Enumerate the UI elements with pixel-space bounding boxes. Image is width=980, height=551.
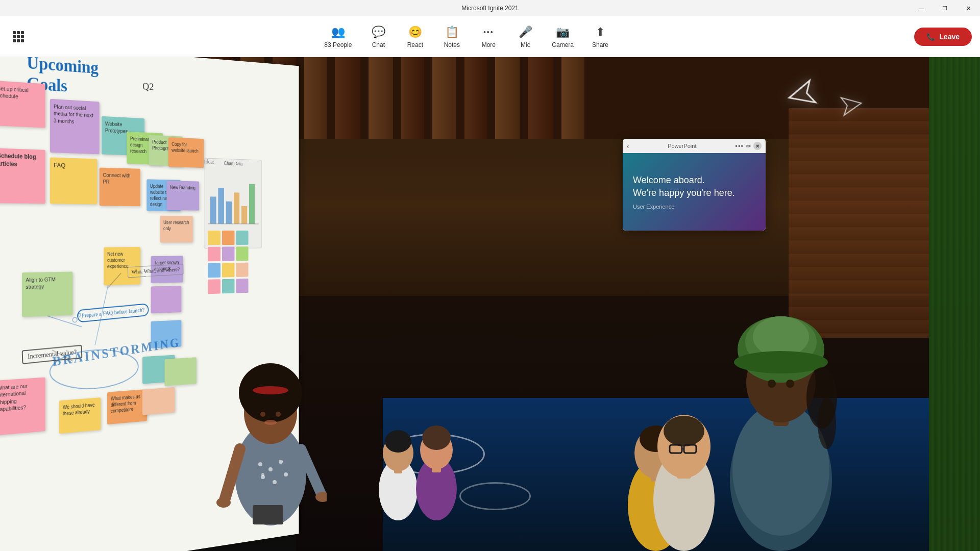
- share-button[interactable]: ⬆ Share: [584, 22, 617, 52]
- sticky-user-research: User research only: [160, 216, 193, 243]
- svg-point-27: [261, 473, 264, 476]
- svg-point-31: [264, 420, 277, 425]
- ppt-popup[interactable]: ‹ PowerPoint ••• ✏ ✕ Welcome aboard. We'…: [623, 139, 766, 231]
- mic-icon: 🎤: [518, 25, 532, 39]
- grid-icon: [13, 31, 24, 42]
- apps-button[interactable]: [8, 27, 29, 47]
- ceiling-beam: [369, 57, 393, 139]
- ceiling-beam: [432, 57, 456, 139]
- avatar-green-hat: [684, 204, 878, 551]
- camera-label: Camera: [552, 41, 574, 48]
- sticky-plan-social-media: Plan out social media for the next 3 mon…: [50, 99, 100, 155]
- ppt-content: Welcome aboard. We're happy you're here.…: [623, 153, 766, 231]
- leave-phone-icon: 📞: [926, 33, 935, 41]
- svg-point-16: [268, 467, 273, 471]
- avatar-bg-2: [408, 347, 464, 520]
- svg-point-17: [279, 460, 283, 464]
- svg-point-44: [422, 425, 451, 450]
- sticky-purple-extra: [151, 286, 182, 314]
- ceiling-beam: [528, 57, 553, 139]
- svg-point-52: [734, 351, 828, 373]
- svg-rect-36: [253, 505, 283, 524]
- camera-icon: 📷: [556, 25, 570, 39]
- avatar-bg-2-svg: [408, 347, 464, 520]
- toolbar-center: 👥 83 People 💬 Chat 😊 React 📋 Notes ••• M…: [29, 22, 906, 52]
- spotlight-circle-2: [459, 482, 531, 510]
- chat-button[interactable]: 💬 Chat: [362, 22, 395, 52]
- main-scene: ➤ ➤ Upcoming Goals Q2 Set up critical sc…: [0, 57, 980, 551]
- toolbar-left: [8, 27, 29, 47]
- ppt-edit-icon[interactable]: ✏: [746, 142, 751, 150]
- people-icon: 👥: [331, 25, 345, 39]
- chat-icon: 💬: [371, 25, 385, 39]
- leave-button[interactable]: 📞 Leave: [914, 28, 972, 46]
- react-icon: 😊: [408, 25, 422, 39]
- ppt-close-button[interactable]: ✕: [753, 142, 762, 150]
- ppt-back-icon[interactable]: ‹: [627, 142, 629, 150]
- sticky-faq: FAQ: [50, 158, 97, 205]
- svg-point-28: [253, 386, 288, 394]
- svg-rect-7: [210, 196, 216, 223]
- window-title: Microsoft Ignite 2021: [461, 5, 518, 12]
- ceiling-beam: [495, 57, 520, 139]
- sticky-new-branding: New Branding: [166, 181, 199, 211]
- svg-point-15: [258, 462, 262, 466]
- people-label: 83 People: [324, 41, 352, 48]
- svg-rect-8: [218, 188, 224, 224]
- sticky-intl-shipping: What are our international shipping capa…: [0, 377, 45, 436]
- maximize-button[interactable]: ☐: [933, 0, 957, 16]
- plant-wall: [929, 57, 980, 551]
- svg-rect-10: [234, 192, 239, 223]
- svg-point-56: [818, 398, 836, 449]
- notes-button[interactable]: 📋 Notes: [435, 22, 468, 52]
- svg-rect-9: [226, 202, 232, 224]
- more-icon: •••: [481, 25, 496, 39]
- camera-button[interactable]: 📷 Camera: [546, 22, 580, 52]
- sticky-connect-pr: Connect with PR: [100, 168, 140, 207]
- ceiling-beam: [401, 57, 424, 139]
- ppt-more-icon[interactable]: •••: [735, 142, 744, 150]
- react-label: React: [407, 41, 423, 48]
- more-button[interactable]: ••• More: [472, 22, 505, 52]
- minimize-button[interactable]: —: [910, 0, 933, 16]
- share-label: Share: [592, 41, 608, 48]
- ceiling-beam: [304, 57, 327, 139]
- ceiling-beam: [561, 57, 584, 139]
- ceiling-beam: [335, 57, 360, 139]
- title-bar: Microsoft Ignite 2021 — ☐ ✕: [0, 0, 980, 16]
- share-icon: ⬆: [593, 25, 607, 39]
- people-button[interactable]: 👥 83 People: [318, 22, 358, 52]
- sticky-copy-website: Copy for website launch: [168, 137, 204, 168]
- ppt-welcome-text: Welcome aboard. We're happy you're here.: [633, 174, 755, 199]
- avatar-green-hat-svg: [684, 204, 878, 551]
- sticky-align-gtm: Align to GTM strategy: [22, 271, 72, 317]
- sticky-what-makes-us: What makes us different from competitors: [107, 389, 147, 424]
- sticky-ltgreen-bottom: [164, 357, 196, 386]
- leave-label: Leave: [939, 33, 960, 41]
- svg-point-34: [216, 497, 231, 508]
- sticky-schedule-blog: Schedule blog articles: [0, 148, 45, 204]
- presenter-avatar: [214, 281, 327, 525]
- svg-point-19: [273, 480, 277, 484]
- mic-button[interactable]: 🎤 Mic: [509, 22, 542, 52]
- ppt-header: ‹ PowerPoint ••• ✏ ✕: [623, 139, 766, 153]
- close-button[interactable]: ✕: [957, 0, 980, 16]
- react-button[interactable]: 😊 React: [399, 22, 431, 52]
- svg-point-40: [385, 430, 411, 453]
- toolbar: 👥 83 People 💬 Chat 😊 React 📋 Notes ••• M…: [0, 16, 980, 57]
- mic-label: Mic: [521, 41, 530, 48]
- svg-point-30: [276, 412, 281, 417]
- svg-point-20: [284, 472, 288, 477]
- ppt-title: PowerPoint: [631, 143, 733, 149]
- svg-point-5: [72, 317, 77, 322]
- sticky-peach-bottom: [142, 387, 175, 415]
- svg-line-1: [47, 315, 82, 329]
- svg-point-53: [768, 380, 776, 388]
- sticky-should-have: We should have these already: [59, 397, 101, 434]
- chat-label: Chat: [372, 41, 385, 48]
- svg-point-54: [786, 380, 794, 388]
- ceiling-beam: [464, 57, 487, 139]
- sticky-set-up-critical: Set up critical schedule: [0, 81, 45, 128]
- svg-point-29: [260, 412, 265, 417]
- wb-chart-svg: [206, 169, 260, 233]
